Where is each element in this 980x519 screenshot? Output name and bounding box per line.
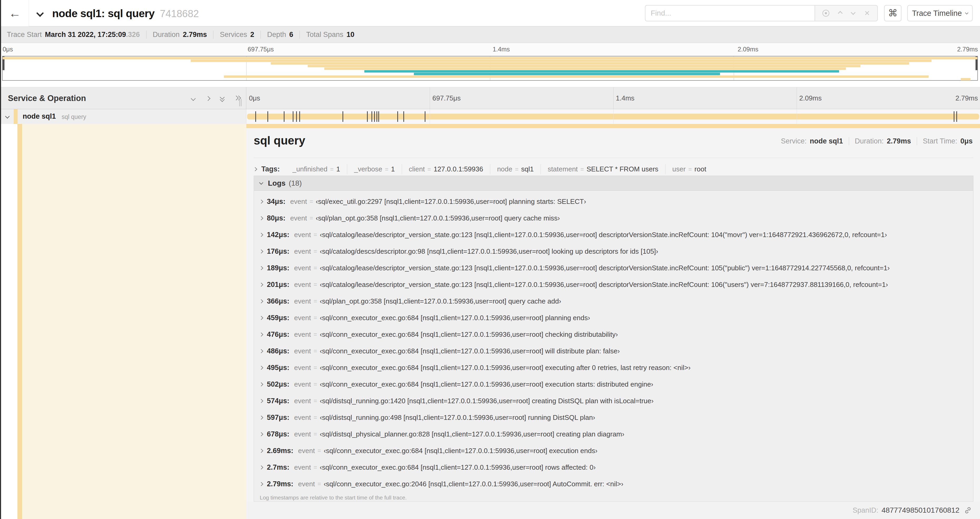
log-row[interactable]: 459μs:event=‹sql/conn_executor_exec.go:6… xyxy=(254,310,973,326)
focus-match-icon[interactable] xyxy=(822,10,829,17)
chevron-right-icon xyxy=(259,266,263,270)
log-row[interactable]: 2.69ms:event=‹sql/conn_executor_exec.go:… xyxy=(254,442,973,459)
command-icon: ⌘ xyxy=(888,8,897,19)
span-collapse-chevron-icon[interactable] xyxy=(5,114,10,119)
log-row[interactable]: 189μs:event=‹sql/catalog/lease/descripto… xyxy=(254,260,973,276)
log-field-value: ‹sql/catalog/descs/descriptor.go:98 [nsq… xyxy=(320,248,658,256)
chevron-down-icon xyxy=(259,180,263,185)
next-match-icon[interactable] xyxy=(851,13,855,14)
chevron-right-icon xyxy=(259,233,263,237)
log-timestamp: 678μs: xyxy=(267,430,290,438)
log-row[interactable]: 495μs:event=‹sql/conn_executor_exec.go:6… xyxy=(254,359,973,376)
log-row[interactable]: 502μs:event=‹sql/conn_executor_exec.go:6… xyxy=(254,376,973,393)
keyboard-shortcuts-button[interactable]: ⌘ xyxy=(884,5,902,21)
minimap-canvas[interactable] xyxy=(2,56,978,81)
chevron-right-icon xyxy=(259,299,263,303)
logs-header[interactable]: Logs (18) xyxy=(254,176,973,191)
log-field-value: ‹sql/exec_util.go:2297 [nsql1,client=127… xyxy=(316,198,586,206)
collapse-controls xyxy=(189,95,241,102)
timeline-gridline xyxy=(613,87,614,109)
log-marker xyxy=(284,111,285,122)
back-button[interactable]: ← xyxy=(1,0,29,26)
trace-meta-label: Depth xyxy=(267,30,286,39)
clear-find-icon[interactable]: ✕ xyxy=(864,10,870,17)
tag-value: 127.0.0.1:59936 xyxy=(434,165,483,173)
detail-operation-title: sql query xyxy=(254,134,305,147)
timeline-gridline xyxy=(430,109,430,124)
chevron-right-icon xyxy=(259,382,263,386)
find-group: ✕ xyxy=(645,5,878,21)
tag-key: _verbose xyxy=(354,165,382,173)
detail-meta-value: 2.79ms xyxy=(887,137,911,145)
span-row-name-column[interactable]: node sql1 sql query xyxy=(0,109,246,124)
tag-item: statement=SELECT * FROM users xyxy=(541,164,665,174)
tag-value: root xyxy=(694,165,706,173)
log-row[interactable]: 201μs:event=‹sql/catalog/lease/descripto… xyxy=(254,276,973,293)
chevron-right-icon xyxy=(253,167,258,171)
equals-sign: = xyxy=(317,447,321,454)
log-marker xyxy=(255,111,256,122)
log-field-value: ‹sql/conn_executor_exec.go:684 [nsql1,cl… xyxy=(320,463,596,471)
span-row[interactable]: node sql1 sql query xyxy=(0,109,980,124)
service-operation-label: Service & Operation xyxy=(8,94,86,103)
trace-title-chevron-down-icon[interactable] xyxy=(37,10,44,17)
find-input[interactable] xyxy=(645,5,815,21)
timeline-gridline xyxy=(797,109,797,124)
log-row[interactable]: 142μs:event=‹sql/catalog/lease/descripto… xyxy=(254,227,973,243)
chevron-right-icon xyxy=(259,316,263,320)
log-field-key: event xyxy=(294,414,311,422)
log-field-value: ‹sql/conn_executor_exec.go:2046 [nsql1,c… xyxy=(324,480,623,488)
expand-one-icon[interactable] xyxy=(204,95,212,102)
trace-meta-item: Trace StartMarch 31 2022, 17:25:09.326 xyxy=(7,30,146,39)
tag-key: _unfinished xyxy=(293,165,328,173)
equals-sign: = xyxy=(313,248,317,255)
log-row[interactable]: 176μs:event=‹sql/catalog/descs/descripto… xyxy=(254,243,973,260)
collapse-all-icon[interactable] xyxy=(219,95,227,102)
equals-sign: = xyxy=(313,364,317,371)
span-id-value: 4877749850101760812 xyxy=(881,506,959,514)
copy-link-icon[interactable] xyxy=(964,506,972,514)
tag-item: _unfinished=1 xyxy=(286,164,347,174)
log-row[interactable]: 34μs:event=‹sql/exec_util.go:2297 [nsql1… xyxy=(254,193,973,210)
trace-meta-item: Depth6 xyxy=(261,30,299,39)
log-field-value: ‹sql/plan_opt.go:358 [nsql1,client=127.0… xyxy=(320,297,561,305)
equals-sign: = xyxy=(313,331,317,338)
log-row[interactable]: 80μs:event=‹sql/plan_opt.go:358 [nsql1,c… xyxy=(254,210,973,227)
tag-item: node=sql1 xyxy=(490,164,541,174)
log-field-key: event xyxy=(294,347,311,355)
view-selector-dropdown[interactable]: Trace Timeline xyxy=(907,5,973,21)
tags-label: Tags: xyxy=(261,165,280,173)
chevron-right-icon xyxy=(259,349,263,353)
log-row[interactable]: 2.79ms:event=‹sql/conn_executor_exec.go:… xyxy=(254,476,973,492)
trace-meta-item: Total Spans10 xyxy=(299,30,361,39)
column-resize-handle[interactable] xyxy=(239,99,243,106)
log-row[interactable]: 366μs:event=‹sql/plan_opt.go:358 [nsql1,… xyxy=(254,293,973,310)
log-row[interactable]: 678μs:event=‹sql/distsql_physical_planne… xyxy=(254,426,973,442)
log-field-key: event xyxy=(294,297,311,305)
log-field-value: ‹sql/catalog/lease/descriptor_version_st… xyxy=(320,281,888,289)
log-timestamp: 366μs: xyxy=(267,297,290,305)
tag-key: node xyxy=(497,165,512,173)
prev-match-icon[interactable] xyxy=(838,11,842,15)
log-timestamp: 597μs: xyxy=(267,414,290,422)
equals-sign: = xyxy=(313,231,317,238)
log-row[interactable]: 574μs:event=‹sql/distsql_running.go:1420… xyxy=(254,393,973,409)
logs-count: (18) xyxy=(289,179,302,187)
detail-meta-item: Service:node sql1 xyxy=(775,137,849,145)
equals-sign: = xyxy=(317,481,321,488)
span-operation-name: sql query xyxy=(62,113,86,121)
detail-meta-label: Service: xyxy=(781,137,807,145)
detail-selected-fill xyxy=(22,124,246,519)
log-field-key: event xyxy=(290,214,307,222)
log-row[interactable]: 476μs:event=‹sql/conn_executor_exec.go:6… xyxy=(254,326,973,343)
tags-accordion[interactable]: Tags: _unfinished=1_verbose=1client=127.… xyxy=(254,163,974,176)
collapse-one-icon[interactable] xyxy=(189,95,197,102)
log-row[interactable]: 486μs:event=‹sql/conn_executor_exec.go:6… xyxy=(254,343,973,359)
log-field-key: event xyxy=(294,331,311,339)
tag-item: user=root xyxy=(665,164,713,174)
log-row[interactable]: 2.7ms:event=‹sql/conn_executor_exec.go:6… xyxy=(254,459,973,476)
log-row[interactable]: 597μs:event=‹sql/distsql_running.go:498 … xyxy=(254,409,973,426)
span-service-name: node sql1 xyxy=(23,112,56,121)
ruler-tick-label: 2.79ms xyxy=(957,46,978,53)
ruler-tick-label: 2.79ms xyxy=(956,94,978,102)
